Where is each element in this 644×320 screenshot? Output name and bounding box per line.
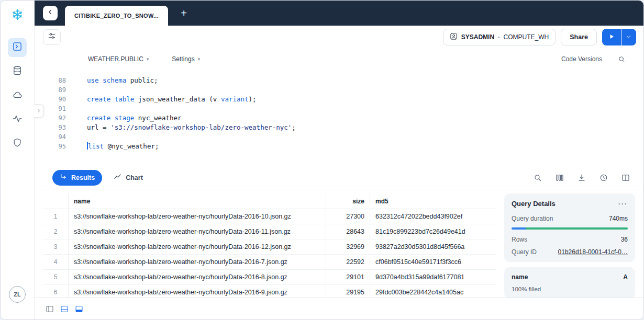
sidebar-item-marketplace[interactable] [8,86,27,105]
table-row[interactable]: 4s3://snowflake-workshop-lab/zero-weathe… [43,255,496,270]
cell-size[interactable]: 27300 [326,209,370,224]
sidebar-item-admin[interactable] [8,134,27,153]
worksheet-options-button[interactable] [43,29,61,45]
column-stats-card: name A 100% filled [504,267,635,298]
cell-size[interactable]: 28643 [326,224,370,239]
database-icon [12,65,23,78]
table-row[interactable]: 1s3://snowflake-workshop-lab/zero-weathe… [43,209,496,224]
cell-md5[interactable]: 81c19c899223bd7c26d49e41d [370,224,496,239]
table-row[interactable]: 3s3://snowflake-workshop-lab/zero-weathe… [43,239,496,255]
query-id-link[interactable]: 01b26d18-0001-41cf-0… [558,248,628,256]
status-bar [35,298,643,319]
separator-dot: • [498,35,500,40]
query-id-label: Query ID [512,248,537,256]
left-sidebar: ❄ ZL [1,1,34,319]
results-table-body: 1s3://snowflake-workshop-lab/zero-weathe… [43,209,496,298]
sliders-icon [48,32,56,42]
more-options-icon[interactable]: ··· [618,200,628,208]
collapse-panel-handle[interactable] [34,104,44,118]
table-row[interactable]: 2s3://snowflake-workshop-lab/zero-weathe… [43,224,496,239]
worksheet-toolbar: SYSADMIN • COMPUTE_WH Share [35,26,643,49]
search-results-icon[interactable] [534,174,542,182]
column-header-size[interactable]: size [326,193,370,209]
download-icon[interactable] [578,174,586,182]
back-button[interactable] [43,6,58,20]
cell-md5[interactable]: 93827a2d30d5301d8d45f566a [370,239,496,254]
cell-name[interactable]: s3://snowflake-workshop-lab/zero-weather… [68,239,326,254]
code-line[interactable]: 93url = 's3://snowflake-workshop-lab/zer… [35,123,643,132]
schema-selector[interactable]: WEATHER.PUBLIC ▾ [88,55,149,63]
new-tab-button[interactable]: + [176,6,191,20]
cell-name[interactable]: s3://snowflake-workshop-lab/zero-weather… [68,224,326,239]
row-number[interactable]: 1 [43,209,68,224]
main-column: CITIBIKE_ZERO_TO_SNOW... + SYSADMIN • [34,1,643,319]
app-window: ❄ ZL [0,0,644,320]
activity-pulse-icon [12,113,23,126]
cell-name[interactable]: s3://snowflake-workshop-lab/zero-weather… [68,209,326,224]
code-text: list @nyc_weather; [87,142,159,151]
sidebar-item-activity[interactable] [8,110,27,129]
share-button[interactable]: Share [561,29,597,45]
cell-md5[interactable]: 29fdc003be228442c4a1405ac [370,285,496,298]
run-options-button[interactable] [621,29,636,45]
snowflake-logo-icon: ❄ [11,8,23,22]
filled-percentage: 100% filled [512,286,628,292]
search-icon[interactable] [618,55,626,63]
cell-name[interactable]: s3://snowflake-workshop-lab/zero-weather… [68,255,326,269]
sidebar-item-databases[interactable] [8,62,27,81]
cell-size[interactable]: 29195 [326,285,370,298]
user-avatar[interactable]: ZL [9,286,26,303]
split-view-icon[interactable] [621,174,630,182]
line-number: 93 [35,123,66,132]
run-button[interactable] [602,29,621,45]
row-number[interactable]: 4 [43,255,68,269]
code-text: create stage nyc_weather [87,113,182,123]
code-line[interactable]: 95list @nyc_weather; [35,142,643,151]
table-row[interactable]: 6s3://snowflake-workshop-lab/zero-weathe… [43,285,496,298]
results-table-header: name size md5 [43,193,496,209]
cell-md5[interactable]: 632312c472022bedd43f902ef [370,209,496,224]
code-line[interactable]: 91 [35,104,643,113]
role-warehouse-selector[interactable]: SYSADMIN • COMPUTE_WH [443,29,556,45]
columns-icon[interactable] [556,174,564,182]
sort-indicator[interactable]: A [623,273,628,281]
history-clock-icon[interactable] [599,174,608,182]
code-versions-link[interactable]: Code Versions [561,55,602,63]
play-icon [608,32,615,42]
code-line[interactable]: 89 [35,85,643,95]
worksheet-tab[interactable]: CITIBIKE_ZERO_TO_SNOW... [65,6,168,26]
results-table: name size md5 1s3://snowflake-workshop-l… [43,193,496,298]
sidebar-item-worksheets[interactable] [8,38,27,57]
row-number[interactable]: 6 [43,285,68,298]
panel-left-layout-icon[interactable] [46,305,54,313]
cell-name[interactable]: s3://snowflake-workshop-lab/zero-weather… [68,270,326,284]
cell-size[interactable]: 29101 [326,270,370,284]
cell-size[interactable]: 32969 [326,239,370,254]
column-header-name[interactable]: name [68,193,326,209]
row-number[interactable]: 2 [43,224,68,239]
code-line[interactable]: 88use schema public; [35,76,643,85]
query-details-card: Query Details ··· Query duration 740ms R… [504,193,635,262]
line-number: 90 [35,95,66,104]
row-number[interactable]: 3 [43,239,68,254]
query-details-panel: Query Details ··· Query duration 740ms R… [504,193,635,298]
table-row[interactable]: 5s3://snowflake-workshop-lab/zero-weathe… [43,270,496,285]
column-header-md5[interactable]: md5 [370,193,496,209]
cell-name[interactable]: s3://snowflake-workshop-lab/zero-weather… [68,285,326,298]
sql-editor[interactable]: 88use schema public;8990create table jso… [35,70,643,166]
cell-md5[interactable]: 9d370a4bd315a99daf6177081 [370,270,496,284]
tab-chart-label: Chart [126,174,143,181]
cell-size[interactable]: 22592 [326,255,370,269]
code-line[interactable]: 94 [35,132,643,142]
header-row-number [43,193,68,209]
cell-md5[interactable]: cf06bf9515c40e59171f3f3cc6 [370,255,496,269]
settings-dropdown[interactable]: Settings ▾ [172,55,200,63]
tab-chart[interactable]: Chart [109,173,147,182]
row-number[interactable]: 5 [43,270,68,284]
code-line[interactable]: 90create table json_weather_data (v vari… [35,95,643,104]
tab-results[interactable]: Results [52,170,102,186]
stats-column-name: name [512,273,528,281]
panel-bottom-layout-icon[interactable] [60,305,69,313]
code-line[interactable]: 92create stage nyc_weather [35,113,643,123]
panel-bottom-filled-layout-icon[interactable] [75,305,83,313]
